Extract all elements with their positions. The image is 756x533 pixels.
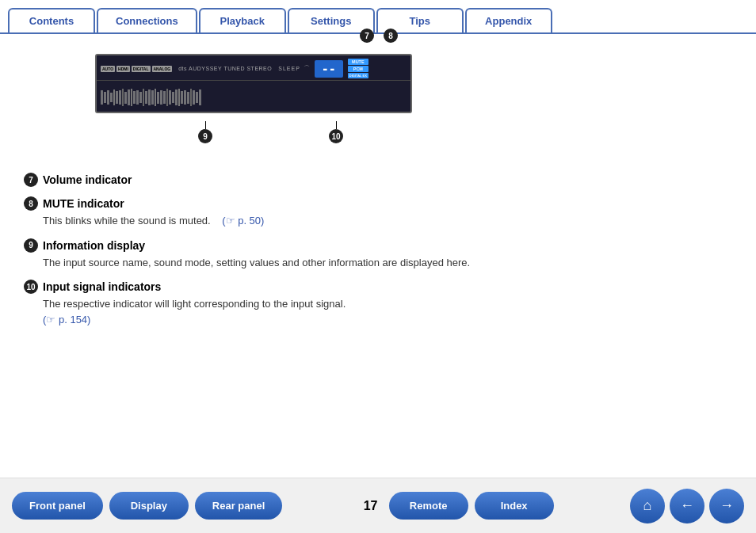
front-panel-button[interactable]: Front panel	[12, 492, 103, 520]
home-icon: ⌂	[643, 497, 652, 514]
marker-8: 8	[384, 29, 398, 43]
desc-body-10: The respective indicator will light corr…	[43, 296, 732, 327]
desc-item-9: 9 Information display The input source n…	[24, 238, 732, 271]
marker-label-7: 7	[24, 173, 38, 187]
sleep-label: SLEEP	[278, 66, 300, 71]
bottom-nav-center: 17 Remote Index	[359, 492, 554, 520]
desc-body-9: The input source name, sound mode, setti…	[43, 255, 732, 271]
bottom-navigation: Front panel Display Rear panel 17 Remote…	[0, 478, 756, 533]
volume-display: --	[315, 60, 343, 78]
link-p154[interactable]: (☞ p. 154)	[43, 314, 90, 326]
sleep-icon: ⌒	[304, 64, 310, 73]
display-button[interactable]: Display	[109, 492, 189, 520]
hdmi-badge: HDMI	[116, 66, 130, 72]
auto-badge: AUTO	[101, 66, 115, 72]
desc-title-9: Information display	[43, 239, 145, 252]
desc-item-10: 10 Input signal indicators The respectiv…	[24, 280, 732, 327]
marker-10: 10	[329, 129, 343, 143]
pcm-indicator: PCM	[348, 66, 368, 72]
tab-connections[interactable]: Connections	[97, 8, 197, 32]
digital-badge: DIGITAL	[132, 66, 151, 72]
tab-appendix[interactable]: Appendix	[465, 8, 552, 32]
display-panel-wrapper: 7 8 AUTO HDMI DIGITAL ANALOG dts AUDYSSE…	[63, 46, 412, 121]
desc-title-10: Input signal indicators	[43, 280, 161, 293]
desc-item-7: 7 Volume indicator	[24, 173, 732, 187]
marker-7: 7	[360, 29, 374, 43]
mute-indicator: MUTE	[348, 59, 368, 65]
forward-icon: →	[720, 497, 734, 514]
desc-body-8: This blinks while the sound is muted. (☞…	[43, 213, 732, 229]
marker-9: 9	[198, 129, 212, 143]
forward-button[interactable]: →	[709, 489, 744, 523]
bar-graph	[101, 89, 407, 106]
tab-contents[interactable]: Contents	[8, 8, 95, 32]
rear-panel-button[interactable]: Rear panel	[195, 492, 282, 520]
index-button[interactable]: Index	[475, 492, 554, 520]
display-panel: AUTO HDMI DIGITAL ANALOG dts AUDYSSEY TU…	[95, 54, 412, 113]
marker-label-9: 9	[24, 238, 38, 253]
analog-badge: ANALOG	[152, 66, 173, 72]
bottom-nav-right: ⌂ ← →	[630, 489, 744, 523]
back-icon: ←	[680, 497, 694, 514]
marker-label-8: 8	[24, 196, 38, 211]
desc-title-7: Volume indicator	[43, 173, 132, 186]
remote-button[interactable]: Remote	[389, 492, 468, 520]
tab-playback[interactable]: Playback	[199, 8, 286, 32]
marker-label-10: 10	[24, 280, 38, 294]
desc-title-8: MUTE indicator	[43, 197, 124, 210]
description-list: 7 Volume indicator 8 MUTE indicator This…	[24, 173, 732, 327]
page-number: 17	[359, 499, 383, 513]
dts-label: dts AUDYSSEY TUNED STEREO	[178, 66, 272, 71]
main-content: 7 8 AUTO HDMI DIGITAL ANALOG dts AUDYSSE…	[0, 34, 756, 348]
link-p50[interactable]: (☞ p. 50)	[222, 215, 264, 227]
desc-item-8: 8 MUTE indicator This blinks while the s…	[24, 196, 732, 229]
home-button[interactable]: ⌂	[630, 489, 665, 523]
back-button[interactable]: ←	[670, 489, 704, 523]
digital-ex-indicator: DIGITAL EX	[348, 73, 368, 78]
bottom-nav-left: Front panel Display Rear panel	[12, 492, 282, 520]
